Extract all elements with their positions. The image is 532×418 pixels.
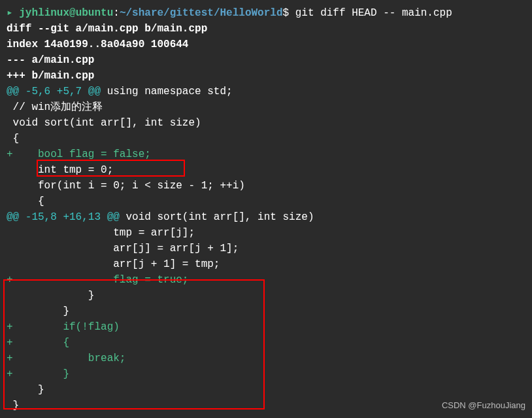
diff-context: int tmp = 0; bbox=[7, 162, 525, 178]
hunk2-range: @@ -15,8 +16,13 @@ bbox=[7, 211, 120, 223]
diff-context: } bbox=[7, 288, 525, 304]
hunk2-context: void sort(int arr[], int size) bbox=[120, 211, 314, 223]
diff-context: } bbox=[7, 382, 525, 398]
diff-index: index 14a0199..8a04a90 100644 bbox=[7, 37, 525, 52]
diff-added: + } bbox=[7, 366, 525, 382]
command-text[interactable]: git diff HEAD -- main.cpp bbox=[295, 7, 452, 19]
prompt-colon: : bbox=[113, 7, 120, 19]
diff-context: { bbox=[7, 194, 525, 209]
prompt-user-host: jyhlinux@ubuntu bbox=[19, 7, 113, 19]
diff-hunk2: @@ -15,8 +16,13 @@ void sort(int arr[], … bbox=[7, 209, 525, 225]
watermark: CSDN @FuzhouJiang bbox=[442, 399, 525, 412]
diff-added: + bool flag = false; bbox=[7, 147, 525, 162]
diff-file-a: --- a/main.cpp bbox=[7, 52, 525, 68]
prompt-path: ~/share/gittest/HelloWorld bbox=[120, 7, 283, 19]
diff-context: { bbox=[7, 131, 525, 147]
diff-added: + flag = true; bbox=[7, 272, 525, 288]
diff-header: diff --git a/main.cpp b/main.cpp bbox=[7, 21, 525, 37]
diff-added: + { bbox=[7, 335, 525, 351]
diff-context: for(int i = 0; i < size - 1; ++i) bbox=[7, 178, 525, 194]
diff-context: } bbox=[7, 304, 525, 319]
terminal-prompt: ▸ jyhlinux@ubuntu:~/share/gittest/HelloW… bbox=[7, 5, 525, 21]
prompt-arrow: ▸ bbox=[7, 7, 19, 19]
hunk1-range: @@ -5,6 +5,7 @@ bbox=[7, 86, 101, 97]
prompt-dollar: $ bbox=[283, 7, 290, 19]
diff-context: tmp = arr[j]; bbox=[7, 225, 525, 241]
diff-context: arr[j + 1] = tmp; bbox=[7, 256, 525, 272]
typed-command[interactable] bbox=[289, 7, 295, 19]
diff-context: void sort(int arr[], int size) bbox=[7, 115, 525, 131]
diff-context: // win添加的注释 bbox=[7, 99, 525, 115]
diff-added: + if(!flag) bbox=[7, 319, 525, 335]
hunk1-context: using namespace std; bbox=[101, 86, 233, 97]
diff-added: + break; bbox=[7, 351, 525, 366]
diff-context: arr[j] = arr[j + 1]; bbox=[7, 241, 525, 256]
diff-file-b: +++ b/main.cpp bbox=[7, 68, 525, 84]
diff-hunk1: @@ -5,6 +5,7 @@ using namespace std; bbox=[7, 84, 525, 99]
